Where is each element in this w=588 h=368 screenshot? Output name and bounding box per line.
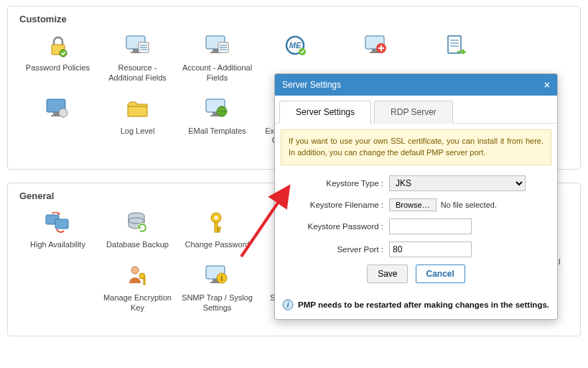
svg-point-30 — [59, 109, 67, 117]
tab-server-settings[interactable]: Server Settings — [279, 101, 371, 124]
label: Manage Encryption Key — [98, 293, 177, 313]
account-additional-fields[interactable]: Account - Additional Fields — [177, 33, 257, 83]
label: Change Password — [177, 240, 257, 250]
dialog-header[interactable]: Server Settings × — [275, 74, 557, 96]
folder-icon — [98, 96, 177, 122]
dialog-tabbar: Server Settings RDP Server — [275, 96, 557, 124]
keystore-filename-label: Keystore Filename : — [285, 201, 389, 209]
monitor-list-icon — [98, 33, 177, 59]
change-password[interactable]: Change Password — [177, 210, 257, 250]
cancel-button[interactable]: Cancel — [416, 264, 465, 283]
monitor-list-icon — [177, 33, 257, 59]
svg-rect-47 — [218, 227, 220, 229]
label: Log Level — [98, 126, 177, 137]
customize-title: Customize — [19, 14, 570, 24]
svg-rect-46 — [215, 222, 218, 232]
dialog-form: Keystore Type : JKS Keystore Filename : … — [275, 172, 557, 296]
me-logo-icon: ME — [257, 33, 337, 59]
info-icon: i — [282, 299, 294, 310]
log-level[interactable]: Log Level — [98, 96, 177, 147]
screen-src-item[interactable] — [18, 96, 98, 147]
save-button[interactable]: Save — [367, 264, 408, 283]
snmp-syslog[interactable]: i SNMP Trap / Syslog Settings — [177, 263, 257, 313]
keystore-type-select[interactable]: JKS — [389, 175, 526, 191]
label: High Availability — [18, 240, 98, 250]
label: Database Backup — [98, 240, 177, 250]
label: SNMP Trap / Syslog Settings — [177, 293, 257, 313]
svg-rect-48 — [218, 230, 220, 232]
high-availability[interactable]: High Availability — [18, 210, 98, 250]
email-templates[interactable]: EMail Templates — [177, 96, 257, 147]
server-port-label: Server Port : — [285, 245, 389, 254]
monitor-add-icon — [337, 33, 416, 59]
keystore-password-label: Keystore Password : — [285, 222, 389, 231]
svg-rect-51 — [144, 277, 145, 285]
label: Password Policies — [18, 63, 98, 73]
restart-text: PMP needs to be restarted after making c… — [298, 300, 549, 309]
label: Account - Additional Fields — [177, 63, 257, 83]
key-icon — [177, 210, 257, 236]
manage-encryption-key[interactable]: Manage Encryption Key — [98, 263, 177, 313]
svg-rect-3 — [133, 49, 139, 52]
user-key-icon — [98, 263, 177, 289]
monitor-icon — [18, 96, 98, 122]
browse-button[interactable]: Browse… — [389, 198, 437, 211]
svg-rect-10 — [213, 49, 218, 52]
database-refresh-icon — [98, 210, 177, 236]
svg-rect-23 — [448, 36, 461, 53]
label: Resource - Additional Fields — [98, 63, 177, 83]
padlock-icon — [18, 33, 98, 59]
document-arrow-icon — [416, 33, 496, 59]
database-backup[interactable]: Database Backup — [98, 210, 177, 250]
monitor-info-icon: i — [177, 263, 257, 289]
svg-point-45 — [214, 216, 218, 220]
password-policies[interactable]: Password Policies — [18, 33, 98, 83]
keystore-type-label: Keystore Type : — [285, 179, 389, 188]
restart-note: i PMP needs to be restarted after making… — [282, 299, 550, 310]
close-icon[interactable]: × — [544, 79, 550, 91]
resource-additional-fields[interactable]: Resource - Additional Fields — [98, 33, 177, 83]
dialog-title: Server Settings — [282, 80, 341, 90]
keystore-password-input[interactable] — [389, 218, 472, 234]
label: EMail Templates — [177, 126, 257, 137]
svg-point-49 — [131, 267, 139, 274]
svg-point-1 — [60, 50, 67, 57]
tab-rdp-server[interactable]: RDP Server — [374, 101, 453, 124]
svg-rect-28 — [53, 112, 59, 115]
svg-text:i: i — [220, 275, 223, 282]
svg-rect-40 — [55, 219, 68, 229]
svg-text:ME: ME — [289, 41, 301, 50]
monitor-globe-icon — [177, 96, 257, 122]
server-settings-dialog: Server Settings × Server Settings RDP Se… — [274, 73, 558, 320]
file-selected-text: No file selected. — [441, 201, 497, 209]
ssl-info-banner: If you want to use your own SSL certific… — [281, 129, 551, 165]
monitors-sync-icon — [18, 210, 98, 236]
server-port-input[interactable] — [389, 242, 472, 257]
